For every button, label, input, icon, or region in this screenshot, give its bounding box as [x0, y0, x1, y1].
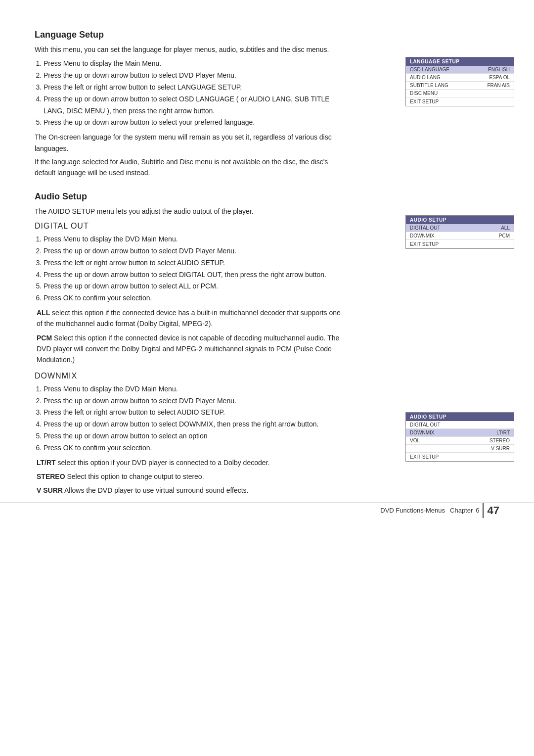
- digital-out-heading: DIGITAL OUT: [35, 222, 341, 231]
- audio-panel-1-footer: EXIT SETUP: [406, 240, 514, 248]
- audio-panel-2-footer: EXIT SETUP: [406, 453, 514, 461]
- all-term: ALL select this option if the connected …: [35, 307, 341, 330]
- digital-out-subsection: DIGITAL OUT Press Menu to display the DV…: [35, 222, 341, 366]
- audio-setup-section: Audio Setup The AUIDO SETUP menu lets yo…: [35, 191, 341, 496]
- downmix-step-2: Press the up or down arrow button to sel…: [44, 395, 341, 407]
- language-note-2: If the language selected for Audio, Subt…: [35, 156, 341, 179]
- vsurr-term: V SURR Allows the DVD player to use virt…: [35, 485, 341, 496]
- language-panel-row-subtitle: SUBTITLE LANG FRAN AIS: [406, 82, 514, 90]
- audio-panel-1-row-downmix: DOWNMIX PCM: [406, 232, 514, 240]
- audio-panel-2-row-vol: VOL STEREO: [406, 437, 514, 445]
- audio-panel-2-row-vsurr: V SURR: [406, 445, 514, 453]
- audio-panel-2-row-downmix: DOWNMIX LT/RT: [406, 429, 514, 437]
- language-step-5: Press the up or down arrow button to sel…: [44, 117, 341, 129]
- audio-panel-1-row-digital: DIGITAL OUT ALL: [406, 224, 514, 232]
- language-setup-steps: Press Menu to display the Main Menu. Pre…: [44, 58, 341, 129]
- downmix-subsection: DOWNMIX Press Menu to display the DVD Ma…: [35, 372, 341, 496]
- digital-step-6: Press OK to confirm your selection.: [44, 292, 341, 304]
- downmix-step-5: Press the up or down arrow button to sel…: [44, 430, 341, 442]
- language-step-2: Press the up or down arrow button to sel…: [44, 70, 341, 82]
- language-panel-footer: EXIT SETUP: [406, 97, 514, 106]
- language-step-3: Press the left or right arrow button to …: [44, 82, 341, 94]
- footer-chapter-label: Chapter: [450, 507, 473, 514]
- page-container: LANGUAGE SETUP OSD LANGUAGE ENGLISH AUDI…: [0, 0, 534, 538]
- language-panel: LANGUAGE SETUP OSD LANGUAGE ENGLISH AUDI…: [405, 57, 514, 106]
- downmix-heading: DOWNMIX: [35, 372, 341, 380]
- audio-setup-intro: The AUIDO SETUP menu lets you adjust the…: [35, 206, 341, 217]
- language-note-1: The On-screen language for the system me…: [35, 132, 341, 154]
- digital-step-2: Press the up or down arrow button to sel…: [44, 245, 341, 257]
- stereo-term: STEREO Select this option to change outp…: [35, 471, 341, 482]
- digital-step-4: Press the up or down arrow button to sel…: [44, 269, 341, 281]
- language-step-1: Press Menu to display the Main Menu.: [44, 58, 341, 70]
- language-step-4: Press the up or down arrow button to sel…: [44, 94, 341, 117]
- language-panel-row-osd: OSD LANGUAGE ENGLISH: [406, 66, 514, 74]
- downmix-step-4: Press the up or down arrow button to sel…: [44, 419, 341, 430]
- downmix-step-1: Press Menu to display the DVD Main Menu.: [44, 383, 341, 395]
- digital-step-5: Press the up or down arrow button to sel…: [44, 281, 341, 292]
- page-footer: DVD Functions-Menus Chapter 6 47: [0, 503, 534, 518]
- downmix-steps: Press Menu to display the DVD Main Menu.…: [44, 383, 341, 454]
- footer-dvd-text: DVD Functions-Menus: [380, 507, 445, 514]
- language-setup-title: Language Setup: [35, 30, 341, 40]
- pcm-term: PCM Select this option if the connected …: [35, 332, 341, 366]
- audio-setup-title: Audio Setup: [35, 191, 341, 202]
- audio-panel-1-header: AUDIO SETUP: [406, 216, 514, 224]
- language-panel-row-audio: AUDIO LANG ESPA OL: [406, 74, 514, 82]
- footer-chapter-num: 6: [476, 507, 479, 514]
- digital-step-1: Press Menu to display the DVD Main Menu.: [44, 234, 341, 245]
- audio-panel-2: AUDIO SETUP DIGITAL OUT DOWNMIX LT/RT VO…: [405, 412, 514, 462]
- audio-panel-1: AUDIO SETUP DIGITAL OUT ALL DOWNMIX PCM …: [405, 215, 514, 249]
- ltrt-term: LT/RT select this option if your DVD pla…: [35, 457, 341, 468]
- main-content: Language Setup With this menu, you can s…: [35, 30, 341, 496]
- language-setup-section: Language Setup With this menu, you can s…: [35, 30, 341, 179]
- language-panel-row-disc: DISC MENU: [406, 90, 514, 97]
- footer-page-num: 47: [488, 504, 499, 517]
- side-panels: LANGUAGE SETUP OSD LANGUAGE ENGLISH AUDI…: [405, 27, 514, 475]
- language-setup-intro: With this menu, you can set the language…: [35, 44, 341, 55]
- digital-out-steps: Press Menu to display the DVD Main Menu.…: [44, 234, 341, 304]
- footer-divider: [483, 503, 484, 518]
- digital-step-3: Press the left or right arrow button to …: [44, 257, 341, 269]
- audio-panel-2-header: AUDIO SETUP: [406, 413, 514, 421]
- downmix-step-3: Press the left or right arrow button to …: [44, 407, 341, 419]
- audio-panel-2-row-digital: DIGITAL OUT: [406, 421, 514, 429]
- language-panel-header: LANGUAGE SETUP: [406, 57, 514, 66]
- downmix-step-6: Press OK to confirm your selection.: [44, 442, 341, 454]
